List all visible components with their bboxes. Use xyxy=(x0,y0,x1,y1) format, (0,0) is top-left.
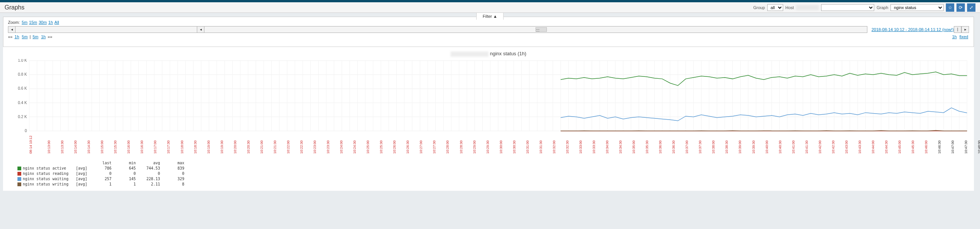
legend-agg: [avg] xyxy=(76,176,87,182)
legend-avg: 228.13 xyxy=(141,176,160,182)
legend-series-name: nginx status active xyxy=(18,166,70,171)
legend-avg: 0 xyxy=(141,171,160,176)
zoom-label: Zoom: xyxy=(8,20,20,25)
fullscreen-icon[interactable]: ⤢ xyxy=(967,3,975,12)
svg-text:1.0 K: 1.0 K xyxy=(18,59,27,62)
legend-series-name: nginx status writing xyxy=(18,182,70,187)
legend-swatch xyxy=(18,177,21,181)
legend-last: 0 xyxy=(92,171,111,176)
filter-toggle[interactable]: Filter ▲ xyxy=(476,13,504,20)
svg-text:0.4 K: 0.4 K xyxy=(18,100,27,104)
zoom-row: Zoom: 5m15m30m1hAll xyxy=(8,20,969,25)
legend-swatch xyxy=(18,167,21,171)
legend-avg: 744.53 xyxy=(141,166,160,171)
header-bar: Graphs Group all Host Graph nginx status… xyxy=(0,2,980,13)
legend-avg: 2.11 xyxy=(141,182,160,187)
svg-text:0.2 K: 0.2 K xyxy=(18,114,27,118)
legend-last: 786 xyxy=(92,166,111,171)
nav-right-link[interactable]: fixed xyxy=(959,35,968,39)
chart-legend: nginx status activenginx status readingn… xyxy=(18,161,971,187)
group-label: Group xyxy=(753,5,765,10)
svg-text:0.6 K: 0.6 K xyxy=(18,86,27,90)
scroll-track-left[interactable] xyxy=(15,26,197,33)
x-axis-labels: 08-14 10:1210:13:0010:13:3010:14:0010:14… xyxy=(29,135,967,157)
legend-max: 839 xyxy=(165,166,184,171)
svg-text:0: 0 xyxy=(25,129,27,133)
legend-agg: [avg] xyxy=(76,171,87,176)
zoom-option[interactable]: 1h xyxy=(48,20,53,25)
scroll-left-button[interactable]: ◂ xyxy=(8,26,16,33)
legend-last: 257 xyxy=(92,176,111,182)
series-line xyxy=(560,130,967,131)
scroll-track-main[interactable]: ::: xyxy=(204,26,867,33)
group-select[interactable]: all xyxy=(767,4,783,11)
legend-min: 1 xyxy=(117,182,136,187)
zoom-option[interactable]: All xyxy=(55,20,59,25)
svg-text:0.8 K: 0.8 K xyxy=(18,72,27,76)
legend-agg: [avg] xyxy=(76,166,87,171)
nav-right-link[interactable]: 1h xyxy=(952,35,956,39)
nav-step-link[interactable]: 1h xyxy=(14,35,19,39)
legend-header: avg xyxy=(141,161,160,166)
header-controls: Group all Host Graph nginx status ☆ ⟳ ⤢ xyxy=(753,3,975,12)
zoom-option[interactable]: 5m xyxy=(22,20,27,25)
legend-max: 0 xyxy=(165,171,184,176)
scroll-inner-left-button[interactable]: ◂ xyxy=(197,26,204,33)
scroll-handle[interactable]: ::: xyxy=(536,27,547,32)
chart-title-host-blurred xyxy=(450,52,488,57)
page-title: Graphs xyxy=(5,4,753,11)
time-range-text: 2018-08-14 10:12 - 2018-08-14 11:12 (now… xyxy=(867,26,954,33)
legend-series-name: nginx status reading xyxy=(18,171,70,176)
x-tick-label: 10:48:00 xyxy=(977,141,980,154)
nav-left: «« 1h 5m | 5m 1h »» xyxy=(8,35,52,39)
host-label: Host xyxy=(786,5,794,10)
legend-header: max xyxy=(165,161,184,166)
host-select[interactable] xyxy=(821,4,874,11)
graph-select[interactable]: nginx status xyxy=(891,4,943,11)
zoom-option[interactable]: 30m xyxy=(39,20,47,25)
filter-panel: Zoom: 5m15m30m1hAll ◂ ◂ ::: 2018-08-14 1… xyxy=(3,17,974,47)
refresh-icon[interactable]: ⟳ xyxy=(956,3,965,12)
chart-svg: 00.2 K0.4 K0.6 K0.8 K1.0 K xyxy=(6,59,971,135)
legend-last: 1 xyxy=(92,182,111,187)
graph-label: Graph xyxy=(877,5,888,10)
chart-container: nginx status (1h) 00.2 K0.4 K0.6 K0.8 K1… xyxy=(3,47,974,191)
nav-step-link[interactable]: 5m xyxy=(33,35,38,39)
legend-min: 145 xyxy=(117,176,136,182)
legend-series-name: nginx status waiting xyxy=(18,176,70,182)
legend-swatch xyxy=(18,182,21,186)
legend-header: min xyxy=(117,161,136,166)
nav-step-link[interactable]: 1h xyxy=(41,35,46,39)
legend-max: 329 xyxy=(165,176,184,182)
legend-swatch xyxy=(18,172,21,175)
legend-agg: [avg] xyxy=(76,182,87,187)
zoom-option[interactable]: 15m xyxy=(29,20,37,25)
content-area: Filter ▲ Zoom: 5m15m30m1hAll ◂ ◂ ::: 201… xyxy=(0,13,980,194)
legend-min: 0 xyxy=(117,171,136,176)
favorite-star-icon[interactable]: ☆ xyxy=(946,3,954,12)
nav-step-link[interactable]: 5m xyxy=(22,35,28,39)
nav-right: 1h fixed xyxy=(951,35,969,39)
chart-title: nginx status (1h) xyxy=(6,51,971,57)
scroll-divider-button[interactable]: | xyxy=(954,26,961,33)
nav-row: «« 1h 5m | 5m 1h »» 1h fixed xyxy=(8,35,969,39)
time-scroll-row: ◂ ◂ ::: 2018-08-14 10:12 - 2018-08-14 11… xyxy=(8,26,969,33)
scroll-right-button[interactable]: ▸ xyxy=(961,26,969,33)
host-value-blurred xyxy=(796,5,819,10)
legend-max: 8 xyxy=(165,182,184,187)
legend-min: 645 xyxy=(117,166,136,171)
chart-title-text: nginx status (1h) xyxy=(490,51,527,57)
legend-header: last xyxy=(92,161,111,166)
